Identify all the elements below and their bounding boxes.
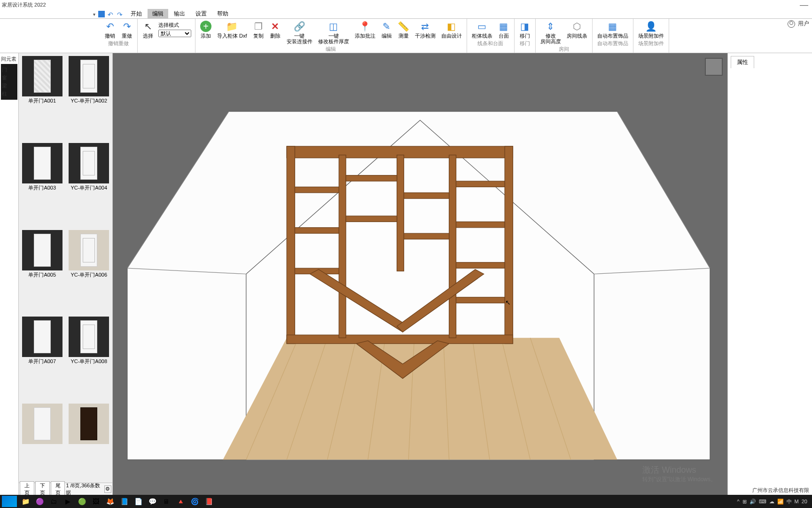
minimize-icon[interactable]: — xyxy=(800,0,808,10)
taskbar-app-2[interactable]: 🗂 xyxy=(47,496,60,507)
thumb-item[interactable]: 单开门A007 xyxy=(21,317,64,400)
thumb-preview xyxy=(22,317,62,357)
tray-icon-2[interactable]: 🔊 xyxy=(750,499,756,505)
tray-clock[interactable]: 20 xyxy=(802,499,807,504)
svg-rect-17 xyxy=(287,146,295,344)
thumb-item[interactable] xyxy=(21,404,64,480)
add-button-label: 添加 xyxy=(201,33,211,39)
taskbar-app-5[interactable]: 🖼 xyxy=(89,496,102,507)
auto-decor-button[interactable]: ▦自动布置饰品 xyxy=(594,20,631,40)
pager-settings-icon[interactable]: ⚙ xyxy=(104,485,111,493)
tray-icon-5[interactable]: 📶 xyxy=(777,499,784,505)
tray-icon-7[interactable]: M xyxy=(795,499,799,504)
sliding-door-button-icon: ◨ xyxy=(519,21,531,32)
import-dxf-button[interactable]: 📁导入柜体 Dxf xyxy=(214,20,250,45)
footer-company: 广州市云承信息科技有限 xyxy=(752,487,809,494)
taskbar-app-3[interactable]: ▶ xyxy=(61,496,74,507)
undo-button[interactable]: ↶撤销 xyxy=(102,20,118,40)
tree-door[interactable]: 门 xyxy=(2,66,16,74)
thumb-label: YC-单开门A004 xyxy=(70,183,107,192)
taskbar-app-11[interactable]: 🔺 xyxy=(174,496,187,507)
ribbon-group-label xyxy=(138,40,195,41)
tray-icon-1[interactable]: ⊞ xyxy=(742,499,747,505)
qat-redo-icon[interactable] xyxy=(117,11,124,17)
tray-icon-0[interactable]: ^ xyxy=(737,499,739,504)
pager-info: 1 /8页,366条数据 xyxy=(66,482,103,496)
taskbar-app-1[interactable]: 🟣 xyxy=(33,496,46,507)
thumb-item[interactable]: YC-单开门A006 xyxy=(68,230,111,313)
add-batch-button[interactable]: 📍添加批注 xyxy=(352,20,378,45)
select-button[interactable]: ↖选择 xyxy=(140,20,156,40)
menu-start[interactable]: 开始 xyxy=(126,9,147,19)
tree-room-elements[interactable]: 间元素 xyxy=(1,55,17,63)
collision-check-button[interactable]: ⇄干涉检测 xyxy=(412,20,438,45)
taskbar-app-13[interactable]: 📕 xyxy=(202,496,215,507)
taskbar-app-12[interactable]: 🌀 xyxy=(188,496,201,507)
user-icon[interactable] xyxy=(788,20,795,28)
taskbar-app-0[interactable]: 📁 xyxy=(19,496,32,507)
save-icon[interactable] xyxy=(98,11,105,17)
collision-check-button-icon: ⇄ xyxy=(420,21,431,32)
tray-icon-6[interactable]: 中 xyxy=(787,498,792,505)
measure-button[interactable]: 📏测量 xyxy=(395,20,412,45)
collision-check-button-label: 干涉检测 xyxy=(415,33,436,39)
taskbar-app-6[interactable]: 🦊 xyxy=(103,496,117,507)
viewport-3d[interactable]: ↖ 激活 Windows 转到"设置"以激活 Windows。 xyxy=(113,53,727,495)
modify-thickness-button-label: 一键 修改板件厚度 xyxy=(318,33,349,44)
tray-icon-4[interactable]: ☁ xyxy=(769,499,774,505)
view-cube-icon[interactable] xyxy=(705,58,723,76)
add-button[interactable]: +添加 xyxy=(197,20,214,45)
svg-rect-31 xyxy=(456,222,505,227)
delete-button-icon: ✕ xyxy=(270,21,281,32)
menu-help[interactable]: 帮助 xyxy=(212,9,233,19)
thumb-item[interactable] xyxy=(68,404,111,480)
thumb-item[interactable]: YC-单开门A004 xyxy=(68,143,111,226)
room-line-button[interactable]: ⬡房间线条 xyxy=(564,20,590,45)
thumb-item[interactable]: YC-单开门A002 xyxy=(68,56,111,139)
install-connector-button-icon: 🔗 xyxy=(294,21,305,32)
select-mode-dropdown[interactable]: 默认 xyxy=(158,30,191,37)
tree-column[interactable]: 柱 xyxy=(2,90,16,98)
redo-button[interactable]: ↷重做 xyxy=(118,20,135,40)
free-design-button[interactable]: ◧自由设计 xyxy=(438,20,465,45)
scene-addon-button[interactable]: 👤场景附加件 xyxy=(635,20,667,40)
countertop-button[interactable]: ▦台面 xyxy=(495,20,512,40)
tree-beam[interactable]: 梁 xyxy=(2,82,16,90)
tray-icon-3[interactable]: ⌨ xyxy=(759,499,766,505)
copy-button[interactable]: ❐复制 xyxy=(250,20,267,45)
menu-output[interactable]: 输出 xyxy=(169,9,190,19)
taskbar-app-8[interactable]: 📄 xyxy=(132,496,145,507)
install-connector-button[interactable]: 🔗一键 安装连接件 xyxy=(284,20,315,45)
thumb-item[interactable]: YC-单开门A008 xyxy=(68,317,111,400)
room-height-button[interactable]: ⇕修改 房间高度 xyxy=(538,20,564,45)
copy-button-icon: ❐ xyxy=(253,21,264,32)
cabinet-line-button[interactable]: ▭柜体线条 xyxy=(469,20,495,40)
properties-tab[interactable]: 属性 xyxy=(731,56,754,68)
tree-window[interactable]: 窗 xyxy=(2,74,16,82)
app-title: 家居设计系统 2022 xyxy=(2,1,46,8)
sliding-door-button[interactable]: ◨移门 xyxy=(516,20,533,40)
qat-dropdown[interactable] xyxy=(93,11,95,17)
scene-addon-button-label: 场景附加件 xyxy=(638,33,664,39)
add-batch-button-label: 添加批注 xyxy=(355,33,375,39)
select-mode-label: 选择模式 xyxy=(158,22,191,29)
taskbar-app-9[interactable]: 💬 xyxy=(146,496,159,507)
modify-thickness-button[interactable]: ◫一键 修改板件厚度 xyxy=(315,20,352,45)
menu-settings[interactable]: 设置 xyxy=(191,9,211,19)
ribbon-group-label: 撤销重做 xyxy=(100,40,137,48)
qat-undo-icon[interactable] xyxy=(108,11,114,17)
taskbar-app-7[interactable]: 📘 xyxy=(117,496,131,507)
start-button[interactable] xyxy=(2,496,17,507)
delete-button[interactable]: ✕删除 xyxy=(267,20,284,45)
delete-button-label: 删除 xyxy=(270,33,281,39)
thumb-item[interactable]: 单开门A003 xyxy=(21,143,64,226)
user-label[interactable]: 用户 xyxy=(798,20,809,28)
thumb-item[interactable]: 单开门A005 xyxy=(21,230,64,313)
edit-button[interactable]: ✎编辑 xyxy=(378,20,395,45)
free-design-button-label: 自由设计 xyxy=(441,33,462,39)
menu-edit[interactable]: 编辑 xyxy=(148,9,168,19)
thumb-item[interactable]: 单开门A001 xyxy=(21,56,64,139)
taskbar-app-10[interactable]: 🖥 xyxy=(160,496,173,507)
taskbar-app-4[interactable]: 🟢 xyxy=(75,496,88,507)
thumb-preview xyxy=(22,143,62,183)
